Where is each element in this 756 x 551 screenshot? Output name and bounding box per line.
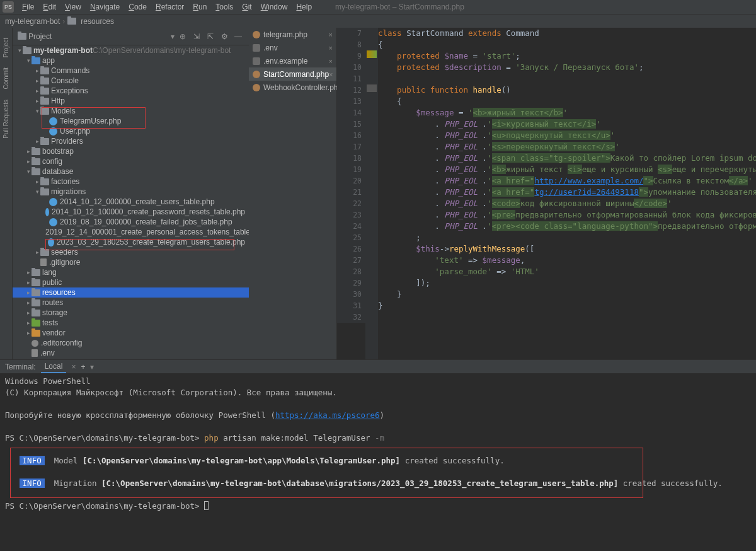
breadcrumb-folder[interactable]: resources — [81, 17, 114, 26]
tree-twisty-icon[interactable]: ▸ — [34, 177, 40, 187]
tree-twisty-icon[interactable]: ▸ — [25, 328, 32, 338]
tree-label: resources — [42, 287, 76, 298]
tree-item[interactable]: .gitignore — [13, 257, 249, 267]
tree-twisty-icon[interactable]: ▸ — [34, 96, 40, 106]
tree-item[interactable]: User.php — [13, 126, 249, 136]
folder-icon — [67, 18, 76, 25]
close-tab-icon[interactable]: × — [329, 57, 333, 65]
tree-item[interactable]: 2014_10_12_100000_create_password_resets… — [13, 207, 249, 217]
tree-item[interactable]: ▸Console — [13, 76, 249, 86]
tree-twisty-icon[interactable]: ▸ — [34, 76, 40, 86]
expand-icon[interactable]: ⇲ — [191, 31, 202, 42]
tree-item[interactable]: 2019_08_19_000000_create_failed_jobs_tab… — [13, 217, 249, 227]
menu-code[interactable]: Code — [124, 3, 151, 11]
menu-git[interactable]: Git — [238, 3, 256, 11]
tree-item[interactable]: ▸storage — [13, 308, 249, 318]
tree-item[interactable]: .env — [13, 348, 249, 358]
menu-help[interactable]: Help — [292, 3, 316, 11]
tree-twisty-icon[interactable]: ▾ — [25, 55, 32, 66]
sidetab-commit[interactable]: Commit — [3, 62, 9, 94]
tree-twisty-icon[interactable]: ▾ — [25, 166, 32, 177]
close-tab-icon[interactable]: × — [329, 44, 333, 52]
tree-twisty-icon[interactable]: ▸ — [34, 247, 40, 257]
file-tab[interactable]: .env× — [249, 41, 336, 54]
menu-bar: PS FileEditViewNavigateCodeRefactorRunTo… — [0, 0, 756, 14]
locate-icon[interactable]: ⊕ — [177, 31, 188, 42]
tree-item[interactable]: 2023_03_29_180253_create_telegram_users_… — [13, 237, 249, 247]
menu-window[interactable]: Window — [256, 3, 292, 11]
tree-twisty-icon[interactable]: ▸ — [34, 136, 40, 146]
tree-item[interactable]: 2019_12_14_000001_create_personal_access… — [13, 227, 249, 237]
terminal-menu-icon[interactable]: ▾ — [90, 362, 94, 371]
tree-twisty-icon[interactable]: ▸ — [34, 66, 40, 76]
file-tab[interactable]: StartCommand.php× — [249, 67, 336, 81]
sidetab-project[interactable]: Project — [3, 33, 9, 62]
tree-item[interactable]: ▸resources — [13, 287, 249, 298]
tree-twisty-icon[interactable]: ▸ — [25, 267, 32, 277]
tree-item[interactable]: ▾app — [13, 55, 249, 66]
gutter-marker-icon[interactable] — [367, 50, 377, 58]
tree-twisty-icon[interactable]: ▸ — [25, 146, 32, 156]
tree-item[interactable]: 2014_10_12_000000_create_users_table.php — [13, 197, 249, 207]
terminal-tab-local[interactable]: Local — [41, 361, 67, 373]
breadcrumb-root[interactable]: my-telegram-bot — [5, 17, 60, 26]
tree-item[interactable]: ▸Providers — [13, 136, 249, 146]
tree-twisty-icon[interactable]: ▸ — [25, 156, 32, 166]
php-file-icon — [49, 198, 57, 206]
tree-twisty-icon[interactable]: ▸ — [25, 298, 32, 308]
close-tab-icon[interactable]: × — [329, 31, 333, 38]
file-tab[interactable]: telegram.php× — [249, 28, 336, 41]
add-terminal-icon[interactable]: + — [81, 362, 85, 371]
hide-icon[interactable]: — — [232, 31, 244, 42]
tree-twisty-icon[interactable]: ▾ — [34, 106, 40, 116]
tree-twisty-icon[interactable]: ▾ — [34, 187, 40, 197]
tree-item[interactable]: TelegramUser.php — [13, 116, 249, 126]
tree-item[interactable]: ▸Commands — [13, 66, 249, 76]
tree-twisty-icon[interactable]: ▸ — [34, 86, 40, 96]
terminal-output[interactable]: Windows PowerShell (C) Корпорация Майкро… — [0, 373, 756, 551]
gutter-fold-icon[interactable] — [367, 84, 377, 92]
menu-navigate[interactable]: Navigate — [86, 3, 124, 11]
tree-item[interactable]: ▾my-telegram-bot C:\OpenServer\domains\m… — [13, 45, 249, 55]
menu-run[interactable]: Run — [188, 3, 211, 11]
project-tree[interactable]: ▾my-telegram-bot C:\OpenServer\domains\m… — [13, 45, 249, 359]
tree-item[interactable]: ▾Models — [13, 106, 249, 116]
tree-item[interactable]: ▸vendor — [13, 328, 249, 338]
tree-twisty-icon[interactable]: ▸ — [25, 287, 32, 298]
sidetab-pull-requests[interactable]: Pull Requests — [3, 95, 9, 144]
folder-icon — [40, 178, 49, 185]
menu-tools[interactable]: Tools — [211, 3, 238, 11]
tree-item[interactable]: ▸Http — [13, 96, 249, 106]
file-tab[interactable]: WebhookController.php× — [249, 81, 336, 94]
tree-twisty-icon[interactable]: ▸ — [25, 277, 32, 287]
menu-file[interactable]: File — [18, 3, 38, 11]
gear-icon[interactable]: ⚙ — [219, 31, 230, 42]
tree-twisty-icon[interactable]: ▸ — [25, 308, 32, 318]
tree-item[interactable]: ▸public — [13, 277, 249, 287]
tree-item[interactable]: .editorconfig — [13, 338, 249, 348]
tree-item[interactable]: ▸lang — [13, 267, 249, 277]
tree-label: bootstrap — [42, 146, 74, 156]
code-body[interactable]: class StartCommand extends Command{ prot… — [378, 28, 756, 323]
tree-item[interactable]: ▸config — [13, 156, 249, 166]
menu-refactor[interactable]: Refactor — [151, 3, 188, 11]
file-tab[interactable]: .env.example× — [249, 54, 336, 67]
close-terminal-icon[interactable]: × — [71, 362, 76, 371]
tree-twisty-icon[interactable]: ▸ — [25, 318, 32, 328]
tree-item[interactable]: ▸routes — [13, 298, 249, 308]
tree-item[interactable]: ▸seeders — [13, 247, 249, 257]
marker-column — [365, 28, 378, 359]
tree-item[interactable]: ▸Exceptions — [13, 86, 249, 96]
close-tab-icon[interactable]: × — [329, 71, 333, 78]
tree-item[interactable]: ▸tests — [13, 318, 249, 328]
tree-item[interactable]: ▸bootstrap — [13, 146, 249, 156]
tree-label: Exceptions — [51, 86, 88, 96]
tree-twisty-icon[interactable]: ▾ — [16, 45, 23, 55]
collapse-icon[interactable]: ⇱ — [205, 31, 216, 42]
menu-edit[interactable]: Edit — [38, 3, 60, 11]
tree-item[interactable]: ▾migrations — [13, 187, 249, 197]
tree-item[interactable]: ▾database — [13, 166, 249, 177]
code-editor[interactable]: 7891011121314151617181920212223242526272… — [337, 28, 756, 359]
tree-item[interactable]: ▸factories — [13, 177, 249, 187]
menu-view[interactable]: View — [60, 3, 86, 11]
